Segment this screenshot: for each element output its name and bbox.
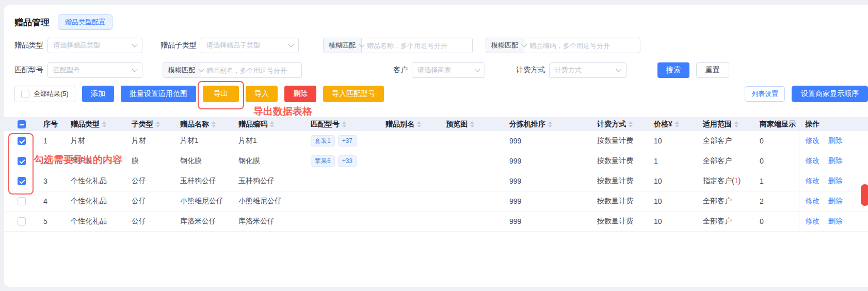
sort-icon[interactable] bbox=[734, 121, 738, 127]
scroll-indicator[interactable] bbox=[861, 184, 868, 206]
column-header[interactable]: 预览图 bbox=[440, 117, 503, 131]
gift-management-panel: 赠品管理 赠品类型配置 赠品类型 请选择赠品类型 赠品子类型 请选择赠品子类型 … bbox=[4, 5, 868, 287]
sort-desc-icon bbox=[342, 125, 346, 127]
column-label: 序号 bbox=[43, 120, 58, 129]
sort-icon[interactable] bbox=[548, 121, 552, 127]
customer-select[interactable]: 请选择商家 bbox=[412, 62, 485, 78]
sort-asc-icon bbox=[629, 121, 633, 124]
cell-preview bbox=[440, 151, 503, 171]
row-checkbox[interactable] bbox=[18, 157, 26, 165]
select-all-checkbox[interactable] bbox=[18, 120, 26, 128]
billing-mode-select[interactable]: 计费方式 bbox=[549, 62, 626, 78]
list-settings-button[interactable]: 列表设置 bbox=[745, 86, 785, 102]
column-header[interactable]: 子类型 bbox=[125, 117, 174, 131]
cell-actions: 修改删除 bbox=[799, 131, 868, 151]
billing-mode-label: 计费方式 bbox=[516, 66, 545, 75]
select-all-results[interactable]: 全部结果(5) bbox=[14, 86, 75, 102]
match-model-label: 匹配型号 bbox=[14, 66, 43, 75]
gift-alias-input[interactable] bbox=[201, 62, 302, 78]
delete-link[interactable]: 删除 bbox=[828, 136, 843, 144]
page-title: 赠品管理 bbox=[14, 17, 50, 28]
sort-icon[interactable] bbox=[342, 121, 346, 127]
column-header[interactable]: 赠品别名 bbox=[379, 117, 440, 131]
column-label: 赠品类型 bbox=[71, 120, 100, 129]
gift-type-config-button[interactable]: 赠品类型配置 bbox=[58, 14, 112, 30]
sort-desc-icon bbox=[675, 125, 679, 127]
row-select-cell bbox=[4, 131, 37, 151]
sort-icon[interactable] bbox=[270, 121, 274, 127]
cell-code: 钢化膜 bbox=[232, 151, 304, 171]
gift-type-select[interactable]: 请选择赠品类型 bbox=[47, 38, 142, 53]
delete-link[interactable]: 删除 bbox=[828, 217, 843, 225]
column-header[interactable]: 计费方式 bbox=[591, 117, 648, 131]
batch-scope-button[interactable]: 批量设置适用范围 bbox=[121, 86, 196, 102]
scope-text: 全部客户 bbox=[703, 156, 732, 165]
sort-icon[interactable] bbox=[629, 121, 633, 127]
edit-link[interactable]: 修改 bbox=[806, 156, 820, 165]
model-tag[interactable]: +33 bbox=[338, 155, 357, 167]
sort-icon[interactable] bbox=[212, 121, 216, 127]
column-header[interactable]: 适用范围 bbox=[697, 117, 753, 131]
sort-asc-icon bbox=[342, 121, 346, 124]
cell-merchant: 0 bbox=[753, 131, 799, 151]
column-label: 匹配型号 bbox=[311, 120, 340, 129]
sort-icon[interactable] bbox=[156, 121, 160, 127]
cell-alias bbox=[379, 151, 440, 171]
reset-button[interactable]: 重置 bbox=[696, 62, 729, 78]
delete-link[interactable]: 删除 bbox=[828, 176, 843, 185]
add-button[interactable]: 添加 bbox=[82, 86, 114, 102]
row-checkbox[interactable] bbox=[18, 197, 26, 205]
sort-asc-icon bbox=[548, 121, 552, 124]
table-row: 2保护膜膜钢化膜钢化膜苹果6+33999按数量计费1全部客户0修改删除 bbox=[4, 151, 868, 171]
column-label: 赠品别名 bbox=[385, 120, 414, 129]
fuzzy-match-select[interactable]: 模糊匹配 bbox=[163, 62, 201, 78]
delete-link[interactable]: 删除 bbox=[828, 197, 843, 205]
export-button[interactable]: 导出 bbox=[203, 86, 239, 102]
column-header[interactable]: 分拣机排序 bbox=[503, 117, 591, 131]
customer-label: 客户 bbox=[393, 66, 408, 75]
fuzzy-match-select[interactable]: 模糊匹配 bbox=[486, 38, 524, 53]
column-header[interactable]: 赠品编码 bbox=[232, 117, 304, 131]
sort-icon[interactable] bbox=[675, 121, 679, 127]
column-header[interactable]: 赠品类型 bbox=[65, 117, 125, 131]
cell-name: 钢化膜 bbox=[174, 151, 232, 171]
edit-link[interactable]: 修改 bbox=[806, 197, 820, 205]
cell-scope: 全部客户 bbox=[697, 191, 753, 212]
delete-button[interactable]: 删除 bbox=[284, 86, 316, 102]
gift-code-input[interactable] bbox=[524, 38, 640, 53]
cell-sorter: 999 bbox=[503, 151, 591, 171]
sort-icon[interactable] bbox=[102, 121, 106, 127]
gift-type-placeholder: 请选择赠品类型 bbox=[53, 41, 100, 50]
sort-desc-icon bbox=[102, 125, 106, 127]
select-all-results-label: 全部结果(5) bbox=[34, 89, 69, 99]
sort-icon[interactable] bbox=[417, 121, 421, 127]
model-tag[interactable]: +37 bbox=[338, 135, 357, 147]
import-button[interactable]: 导入 bbox=[246, 86, 278, 102]
select-all-results-checkbox[interactable] bbox=[21, 90, 29, 98]
edit-link[interactable]: 修改 bbox=[806, 217, 820, 225]
delete-link[interactable]: 删除 bbox=[828, 156, 843, 165]
edit-link[interactable]: 修改 bbox=[806, 176, 820, 185]
edit-link[interactable]: 修改 bbox=[806, 136, 820, 144]
cell-type: 个性化礼品 bbox=[65, 171, 125, 191]
column-header: 操作 bbox=[799, 117, 868, 131]
fuzzy-match-select[interactable]: 模糊匹配 bbox=[323, 38, 362, 53]
column-header[interactable]: 赠品名称 bbox=[174, 117, 232, 131]
import-models-button[interactable]: 导入匹配型号 bbox=[323, 86, 384, 102]
row-checkbox[interactable] bbox=[18, 177, 26, 185]
search-button[interactable]: 搜索 bbox=[657, 62, 689, 78]
row-checkbox[interactable] bbox=[18, 137, 26, 145]
sort-icon[interactable] bbox=[470, 121, 474, 127]
model-tag[interactable]: 套装1 bbox=[311, 135, 335, 147]
gift-subtype-select[interactable]: 请选择赠品子类型 bbox=[201, 38, 299, 53]
gift-name-filter-group: 模糊匹配 bbox=[323, 38, 473, 53]
column-header[interactable]: 匹配型号 bbox=[304, 117, 379, 131]
column-header[interactable]: 价格¥ bbox=[648, 117, 697, 131]
row-checkbox[interactable] bbox=[18, 217, 26, 225]
merchant-order-button[interactable]: 设置商家显示顺序 bbox=[792, 86, 868, 102]
match-model-select[interactable]: 匹配型号 bbox=[47, 62, 142, 78]
sort-desc-icon bbox=[156, 125, 160, 127]
gift-name-input[interactable] bbox=[362, 38, 473, 53]
model-tag[interactable]: 苹果6 bbox=[311, 155, 335, 167]
cell-merchant: 0 bbox=[753, 151, 799, 171]
